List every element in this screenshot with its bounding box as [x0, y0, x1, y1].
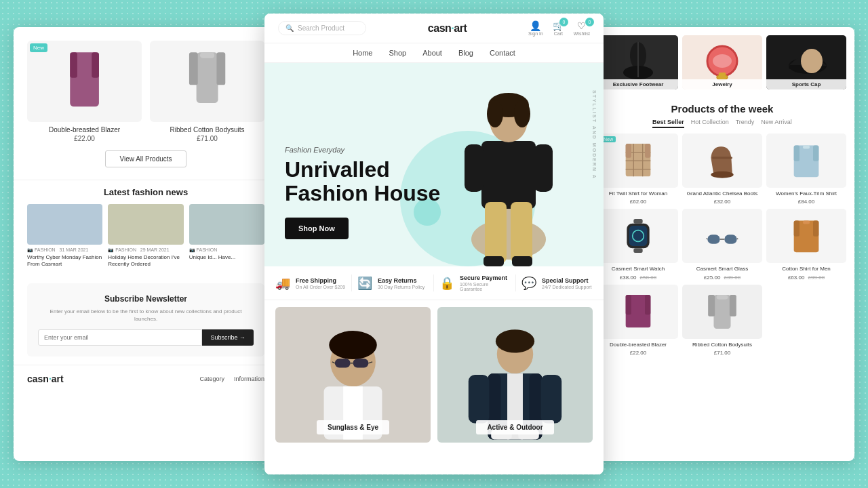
- feature-payment: 🔒 Secure Payment 100% Secure Guarantee: [434, 274, 516, 291]
- returns-icon: 🔄: [357, 276, 372, 291]
- cat-footwear[interactable]: Exclusive Footwear: [598, 35, 678, 89]
- news-title: Latest fashion news: [27, 187, 264, 197]
- newsletter-subscribe-button[interactable]: Subscribe →: [202, 329, 254, 346]
- feature-shipping-text: Free Shipping On All Order Over $209: [296, 277, 345, 289]
- menu-about[interactable]: About: [422, 49, 442, 57]
- tab-best-seller[interactable]: Best Seller: [652, 117, 684, 128]
- svg-rect-62: [813, 146, 818, 161]
- tab-hot-collection[interactable]: Hot Collection: [691, 117, 729, 128]
- product-badge-new: New: [30, 43, 47, 52]
- svg-rect-68: [633, 249, 642, 253]
- svg-point-30: [496, 329, 534, 352]
- news-card-3[interactable]: 📷 FASHION Unique Id... Have...: [189, 204, 264, 268]
- svg-rect-84: [717, 295, 728, 300]
- right-prod-img-2: [682, 134, 762, 188]
- footer-link-information[interactable]: Information: [234, 375, 264, 382]
- menu-home[interactable]: Home: [353, 49, 372, 57]
- news-meta-2: 📷 FASHION 29 MAR 2021: [108, 247, 183, 253]
- right-product-6[interactable]: Cotton Shirt for Men £63.00 £99.00: [766, 209, 846, 280]
- user-icon: 👤: [530, 20, 541, 31]
- shop-now-button[interactable]: Shop Now: [285, 218, 349, 239]
- cat-sportscap-label: Sports Cap: [766, 79, 846, 89]
- search-placeholder-text: Search Product: [298, 24, 344, 32]
- svg-rect-11: [534, 144, 553, 192]
- feature-shipping: 🚚 Free Shipping On All Order Over $209: [270, 274, 352, 291]
- svg-point-21: [329, 331, 377, 359]
- svg-rect-76: [813, 221, 818, 237]
- news-img-2: [108, 204, 183, 245]
- cat-jewelry-label: Jewelry: [682, 79, 762, 89]
- news-title-2: Holiday Home Decoration I've Recently Or…: [108, 254, 183, 268]
- left-product-2[interactable]: Ribbed Cotton Bodysuits £71.00: [150, 41, 264, 142]
- svg-rect-79: [626, 295, 631, 314]
- search-bar[interactable]: 🔍 Search Product: [278, 21, 366, 35]
- svg-rect-19: [512, 256, 532, 266]
- menu-blog[interactable]: Blog: [458, 49, 473, 57]
- right-products-grid: New Fit Twill Shirt for Woman: [590, 134, 854, 356]
- right-prod-img-8: [682, 285, 762, 339]
- svg-rect-63: [803, 146, 810, 149]
- footer-links: Category Information: [199, 375, 264, 382]
- left-product-name-1: Double-breasted Blazer: [27, 126, 142, 134]
- banner-active-label: Active & Outdoor: [437, 420, 593, 434]
- center-logo: casn·art: [428, 22, 467, 35]
- svg-rect-70: [724, 235, 736, 244]
- right-product-2[interactable]: Grand Atlantic Chelsea Boots £32.00: [682, 134, 762, 205]
- cart-label: Cart: [554, 31, 563, 36]
- right-prod-name-1: Fit Twill Shirt for Woman: [598, 190, 678, 197]
- nav-icons: 👤 Sign In 0 🛒 Cart 0 ♡ Wishlist: [528, 20, 590, 36]
- newsletter-section: Subscribe Newsletter Enter your email be…: [27, 283, 264, 357]
- svg-rect-46: [719, 73, 726, 79]
- news-card-1[interactable]: 📷 FASHION 31 MAR 2021 Worthy Cyber Monda…: [27, 204, 102, 268]
- svg-rect-69: [707, 235, 719, 244]
- nav-cart[interactable]: 0 🛒 Cart: [553, 20, 564, 36]
- right-product-8[interactable]: Ribbed Cotton Bodysuits £71.00: [682, 285, 762, 356]
- left-product-1[interactable]: New Double-breasted Blazer £22.00: [27, 41, 142, 142]
- svg-rect-35: [469, 375, 490, 424]
- wishlist-badge: 0: [585, 18, 594, 26]
- nav-wishlist[interactable]: 0 ♡ Wishlist: [574, 20, 590, 36]
- banner-active[interactable]: Active & Outdoor: [437, 307, 593, 443]
- view-all-button[interactable]: View All Products: [105, 150, 186, 167]
- svg-rect-5: [216, 52, 225, 85]
- right-prod-name-5: Casmert Smart Glass: [682, 266, 762, 272]
- right-product-3[interactable]: Women's Faux-Trim Shirt £84.00: [766, 134, 846, 205]
- left-news-section: Latest fashion news 📷 FASHION 31 MAR 202…: [14, 180, 278, 275]
- banner-sunglass[interactable]: Sunglass & Eye: [275, 307, 431, 443]
- footer-link-category[interactable]: Category: [199, 375, 224, 382]
- right-prod-price-8: £71.00: [682, 350, 762, 356]
- cat-jewelry[interactable]: Jewelry: [682, 35, 762, 89]
- hero-content: Fashion Everyday Unrivalled Fashion Hous…: [264, 125, 460, 266]
- menu-shop[interactable]: Shop: [389, 49, 406, 57]
- support-icon: 💬: [521, 276, 536, 291]
- right-product-1[interactable]: New Fit Twill Shirt for Woman: [598, 134, 678, 205]
- cat-sportscap[interactable]: Sports Cap: [766, 35, 846, 89]
- tab-new-arrival[interactable]: New Arrival: [761, 117, 792, 128]
- svg-rect-56: [626, 144, 631, 158]
- right-prod-price-7: £22.00: [598, 350, 678, 356]
- right-product-4[interactable]: Casmert Smart Watch £38.00 £58.00: [598, 209, 678, 280]
- nav-signin[interactable]: 👤 Sign In: [528, 20, 543, 36]
- banner-sunglass-label: Sunglass & Eye: [275, 420, 431, 434]
- news-img-1: [27, 204, 102, 245]
- svg-rect-23: [353, 359, 369, 367]
- center-panel: 🔍 Search Product casn·art 👤 Sign In 0 🛒 …: [264, 14, 604, 474]
- news-card-2[interactable]: 📷 FASHION 29 MAR 2021 Holiday Home Decor…: [108, 204, 183, 268]
- footer-logo: casn·art: [27, 373, 64, 384]
- right-categories: Exclusive Footwear Jewelry: [590, 27, 854, 98]
- svg-rect-75: [794, 221, 800, 237]
- svg-rect-64: [633, 219, 642, 224]
- feature-support-text: Special Support 24/7 Dedicated Support: [542, 277, 592, 289]
- svg-rect-80: [645, 295, 650, 314]
- news-img-3: [189, 204, 264, 245]
- right-prod-name-3: Women's Faux-Trim Shirt: [766, 190, 846, 197]
- product-image-2: [150, 41, 264, 122]
- tab-trendy[interactable]: Trendy: [736, 117, 755, 128]
- right-product-7[interactable]: Double-breasted Blazer £22.00: [598, 285, 678, 356]
- svg-point-16: [487, 100, 503, 127]
- right-product-5[interactable]: Casmert Smart Glass £25.00 £39.00: [682, 209, 762, 280]
- news-title-1: Worthy Cyber Monday Fashion From Casmart: [27, 254, 102, 268]
- svg-line-72: [707, 239, 708, 240]
- newsletter-email-input[interactable]: [38, 329, 202, 346]
- menu-contact[interactable]: Contact: [490, 49, 515, 57]
